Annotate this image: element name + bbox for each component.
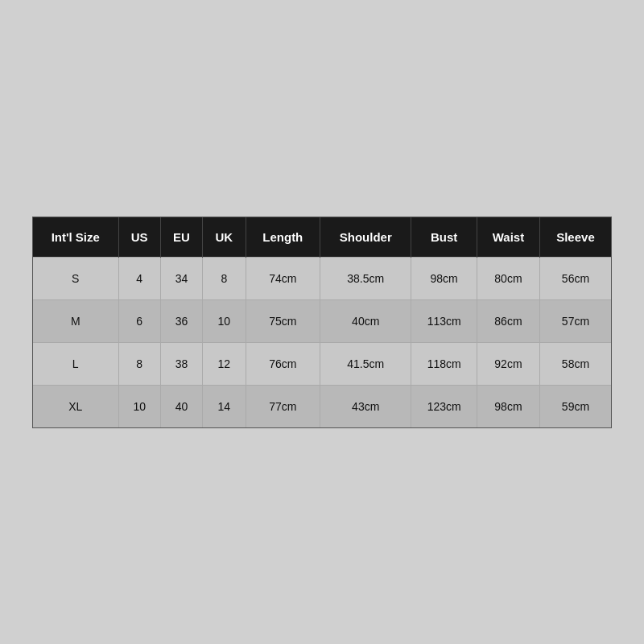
column-header-intl_size: Int'l Size [33,217,118,258]
cell-uk: 10 [203,299,246,342]
column-header-shoulder: Shoulder [320,217,411,258]
cell-sleeve: 59cm [539,385,611,427]
size-chart-table: Int'l SizeUSEUUKLengthShoulderBustWaistS… [33,217,611,427]
size-chart-container: Int'l SizeUSEUUKLengthShoulderBustWaistS… [32,217,612,428]
cell-intl_size: M [33,299,118,342]
cell-eu: 38 [160,342,202,385]
table-body: S434874cm38.5cm98cm80cm56cmM6361075cm40c… [33,257,611,427]
cell-us: 4 [118,257,160,299]
table-row: S434874cm38.5cm98cm80cm56cm [33,257,611,299]
column-header-length: Length [246,217,320,258]
cell-length: 74cm [246,257,320,299]
cell-sleeve: 57cm [539,299,611,342]
cell-waist: 92cm [477,342,539,385]
cell-eu: 34 [160,257,202,299]
column-header-bust: Bust [411,217,477,258]
cell-shoulder: 38.5cm [320,257,411,299]
cell-waist: 86cm [477,299,539,342]
cell-us: 6 [118,299,160,342]
cell-uk: 8 [203,257,246,299]
cell-length: 76cm [246,342,320,385]
cell-sleeve: 58cm [539,342,611,385]
cell-intl_size: L [33,342,118,385]
table-row: M6361075cm40cm113cm86cm57cm [33,299,611,342]
cell-shoulder: 41.5cm [320,342,411,385]
column-header-waist: Waist [477,217,539,258]
table-header-row: Int'l SizeUSEUUKLengthShoulderBustWaistS… [33,217,611,258]
cell-intl_size: XL [33,385,118,427]
cell-bust: 123cm [411,385,477,427]
table-row: L8381276cm41.5cm118cm92cm58cm [33,342,611,385]
cell-us: 10 [118,385,160,427]
cell-length: 75cm [246,299,320,342]
column-header-uk: UK [203,217,246,258]
cell-us: 8 [118,342,160,385]
cell-uk: 14 [203,385,246,427]
cell-bust: 98cm [411,257,477,299]
cell-intl_size: S [33,257,118,299]
cell-length: 77cm [246,385,320,427]
cell-waist: 98cm [477,385,539,427]
cell-eu: 36 [160,299,202,342]
column-header-eu: EU [160,217,202,258]
cell-bust: 113cm [411,299,477,342]
table-row: XL10401477cm43cm123cm98cm59cm [33,385,611,427]
cell-uk: 12 [203,342,246,385]
column-header-sleeve: Sleeve [539,217,611,258]
cell-bust: 118cm [411,342,477,385]
column-header-us: US [118,217,160,258]
cell-shoulder: 40cm [320,299,411,342]
cell-sleeve: 56cm [539,257,611,299]
cell-eu: 40 [160,385,202,427]
cell-waist: 80cm [477,257,539,299]
cell-shoulder: 43cm [320,385,411,427]
